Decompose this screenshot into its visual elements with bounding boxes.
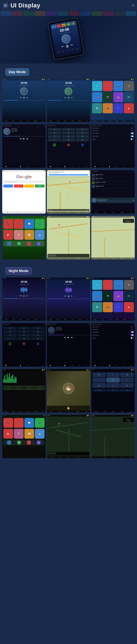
- night-np-next[interactable]: ⏭: [130, 420, 130, 421]
- night-dock-music[interactable]: 🎵: [27, 440, 31, 444]
- auto-connect-toggle[interactable]: [130, 136, 134, 137]
- key-3[interactable]: 3: [76, 128, 89, 131]
- night-play-2[interactable]: ⏸: [68, 295, 70, 298]
- contacts-btn[interactable]: 👤: [81, 143, 84, 147]
- auto-answer-toggle[interactable]: [130, 132, 134, 134]
- nw-btn-5[interactable]: FAD: [3, 388, 13, 390]
- night-auto-answer-row[interactable]: Auto answer: [91, 331, 135, 334]
- nav-apts[interactable]: APTS: [67, 50, 69, 51]
- key-9[interactable]: 9: [76, 135, 89, 138]
- key-1[interactable]: 1: [48, 128, 61, 131]
- iphone-phone[interactable]: 📞: [3, 219, 13, 229]
- nav-navi-2[interactable]: NAVI: [72, 120, 74, 122]
- night-call-btn[interactable]: 📞: [8, 342, 12, 346]
- app-icon-music[interactable]: ♪: [103, 81, 113, 91]
- night-power-row[interactable]: Power: [91, 336, 135, 340]
- power-toggle[interactable]: [130, 138, 134, 140]
- nav-email-2[interactable]: EMAIL: [49, 120, 52, 122]
- nw-btn-8[interactable]: LUD: [35, 388, 45, 390]
- social-item-1[interactable]: 华晨宇_存在.mp3 4.2MB: [92, 173, 134, 177]
- nav-bt-2[interactable]: BT: [86, 120, 88, 122]
- music-controls-2[interactable]: ⏮ ⏸ ⏭: [47, 96, 90, 100]
- night-key-2[interactable]: 2: [17, 327, 31, 330]
- night-app-1[interactable]: ✈: [92, 280, 102, 290]
- iphone-youtube[interactable]: ▶: [3, 230, 13, 240]
- auto-answer-row[interactable]: Auto answer: [91, 132, 135, 135]
- nav-email-1[interactable]: EMAIL: [4, 120, 8, 122]
- app-icon-settings[interactable]: ⚙: [124, 81, 134, 91]
- key-star[interactable]: *: [48, 138, 61, 142]
- app-6[interactable]: ▶: [124, 103, 134, 113]
- night-app-5[interactable]: 🚗: [92, 291, 102, 301]
- night-app-2[interactable]: ♪: [103, 280, 113, 290]
- night-app-11[interactable]: 🔵: [113, 302, 124, 312]
- iphone-music[interactable]: 🎵: [14, 219, 24, 229]
- night-dock-settings[interactable]: ⚙: [37, 440, 41, 444]
- night-iphone-cloud[interactable]: ☁: [35, 429, 44, 439]
- nav-menu-icon[interactable]: ≡: [132, 3, 134, 8]
- nav-bt-1[interactable]: BT: [42, 120, 43, 122]
- dock-settings[interactable]: ⚙: [37, 242, 41, 246]
- nav-media[interactable]: MEDIA: [76, 48, 79, 50]
- key-4[interactable]: 4: [48, 132, 61, 134]
- iphone-app4[interactable]: ☁: [35, 230, 44, 240]
- night-iphone-youtube[interactable]: ▶: [3, 429, 13, 439]
- arrow-down-right[interactable]: ↘: [120, 383, 134, 388]
- night-app-9[interactable]: 📡: [92, 302, 102, 312]
- night-next-1[interactable]: ⏭: [26, 295, 28, 297]
- nw-btn-2[interactable]: VOL: [14, 386, 24, 388]
- arrow-right[interactable]: →: [120, 378, 134, 382]
- power-row[interactable]: Power: [91, 138, 135, 141]
- play-icon[interactable]: ⏸: [23, 96, 25, 99]
- night-dock-phone[interactable]: 📞: [7, 440, 11, 444]
- social-play[interactable]: ⏸: [132, 199, 134, 201]
- night-controls-2[interactable]: ⏮ ⏸ ⏭: [47, 294, 90, 298]
- auto-connect-row[interactable]: Auto connect: [91, 135, 135, 138]
- next-icon-2[interactable]: ⏭: [71, 96, 73, 99]
- night-prev-2[interactable]: ⏮: [64, 295, 66, 298]
- func-buttons[interactable]: MENU BACK HOME: [91, 389, 135, 392]
- arrow-up-left[interactable]: ↖: [92, 372, 106, 377]
- nw-btn-3[interactable]: BAS: [24, 386, 34, 388]
- hangup-btn[interactable]: 📵: [67, 143, 70, 147]
- social-item-3[interactable]: 华乐_双笙_三生石.mp3 5.1MB: [92, 181, 134, 185]
- app-icon-phone[interactable]: 📷: [113, 81, 124, 91]
- night-auto-connect-toggle[interactable]: [130, 334, 134, 336]
- key-0[interactable]: 0: [62, 138, 75, 142]
- next-icon[interactable]: ⏭: [26, 96, 28, 99]
- night-key-1[interactable]: 1: [3, 327, 17, 330]
- nav-media-2[interactable]: MEDIA: [78, 120, 82, 122]
- night-auto-connect-row[interactable]: Auto connect: [91, 334, 135, 336]
- nav-navi[interactable]: NAVI: [71, 49, 74, 50]
- night-iphone-facetime[interactable]: 📹: [35, 418, 44, 428]
- arrow-center[interactable]: OK: [106, 378, 120, 382]
- nav-arrows-grid[interactable]: ↖ ↑ ↗ ← OK → ↙ ↓ ↘: [91, 371, 135, 389]
- night-bt-play[interactable]: ▶: [68, 336, 69, 338]
- nw-btn-7[interactable]: SUB: [24, 388, 34, 390]
- prev-btn[interactable]: ⏮: [61, 45, 64, 49]
- night-key-9[interactable]: 9: [31, 334, 44, 337]
- arrow-up[interactable]: ↑: [106, 372, 120, 377]
- iphone-app3[interactable]: 📰: [24, 230, 34, 240]
- night-wave-buttons[interactable]: EQ VOL BAS TRE FAD BAL SUB LUD: [2, 385, 46, 391]
- iphone-podcast[interactable]: 🎙: [14, 230, 24, 240]
- night-next-2[interactable]: ⏭: [71, 295, 73, 298]
- night-key-hash[interactable]: #: [31, 337, 44, 340]
- bt-play[interactable]: ▶: [23, 138, 25, 140]
- night-controls-1[interactable]: ⏮ ⏸ ⏭: [2, 294, 46, 298]
- night-np-play[interactable]: ▶: [128, 420, 129, 421]
- device-name-value[interactable]: CarBT: [130, 128, 134, 129]
- night-app-7[interactable]: 📻: [113, 291, 124, 301]
- bt-music-controls[interactable]: ⏮ ▶ ⏭: [2, 136, 46, 141]
- google-app-4[interactable]: 📧: [35, 184, 44, 188]
- night-hangup-btn[interactable]: 📵: [22, 342, 26, 346]
- night-keypad[interactable]: 1 2 3 4 5 6 7 8 9 * 0 #: [2, 326, 46, 341]
- app-radio[interactable]: 📻: [113, 92, 124, 102]
- night-key-5[interactable]: 5: [17, 330, 31, 333]
- app-waze[interactable]: 🚗: [92, 92, 102, 102]
- dock-music[interactable]: 🎵: [27, 242, 31, 246]
- nav-navi-1[interactable]: NAVI: [27, 120, 29, 122]
- app-4[interactable]: 📺: [103, 103, 113, 113]
- dock-maps[interactable]: 🗺: [17, 242, 21, 246]
- nav-dial-2[interactable]: DIAL: [57, 120, 59, 122]
